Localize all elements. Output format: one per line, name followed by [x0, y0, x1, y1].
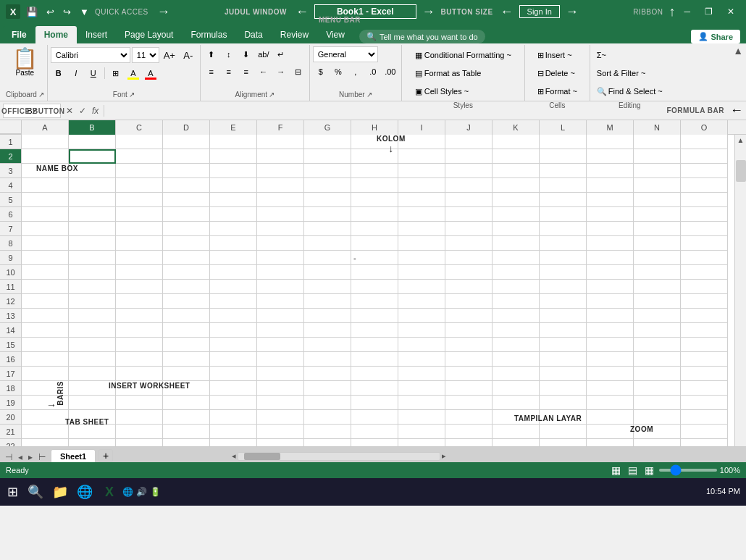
cell-L17[interactable]	[540, 367, 587, 381]
normal-view-button[interactable]: ▦	[609, 464, 623, 476]
cell-L13[interactable]	[540, 309, 587, 323]
cell-L11[interactable]	[540, 280, 587, 294]
cell-O9[interactable]	[681, 251, 728, 265]
cell-H9[interactable]: -	[351, 251, 398, 265]
format-as-table-button[interactable]: ▤ Format as Table	[410, 64, 487, 82]
cell-F4[interactable]	[257, 178, 304, 193]
cell-J1[interactable]	[445, 135, 493, 149]
cell-M1[interactable]	[587, 135, 634, 149]
col-header-N[interactable]: N	[634, 120, 681, 135]
cell-F20[interactable]	[257, 410, 304, 425]
cell-G4[interactable]	[304, 178, 351, 193]
cell-C13[interactable]	[116, 309, 163, 323]
col-header-E[interactable]: E	[210, 120, 257, 135]
cell-B17[interactable]	[69, 367, 116, 381]
row-header-10[interactable]: 10	[0, 265, 21, 280]
cell-O22[interactable]	[681, 439, 728, 446]
cell-I1[interactable]	[398, 135, 445, 149]
cell-B20[interactable]	[69, 410, 116, 425]
cell-E3[interactable]	[210, 164, 257, 178]
cell-M19[interactable]	[587, 396, 634, 410]
start-button[interactable]: ⊞	[3, 484, 22, 500]
cell-C15[interactable]	[116, 338, 163, 352]
cell-C5[interactable]	[116, 193, 163, 207]
cell-O5[interactable]	[681, 193, 728, 207]
confirm-formula-button[interactable]: ✓	[77, 106, 88, 116]
cell-B22[interactable]	[69, 439, 116, 446]
cell-C2[interactable]	[116, 149, 163, 164]
cell-D6[interactable]	[163, 207, 210, 222]
undo-qat-button[interactable]: ↩	[43, 5, 57, 19]
cell-A8[interactable]	[22, 236, 69, 251]
cell-L7[interactable]	[540, 222, 587, 236]
cell-M5[interactable]	[587, 193, 634, 207]
cell-E9[interactable]	[210, 251, 257, 265]
cell-J12[interactable]	[445, 294, 493, 309]
cell-B3[interactable]	[69, 164, 116, 178]
cell-H3[interactable]	[351, 164, 398, 178]
cell-K3[interactable]	[493, 164, 540, 178]
cell-B4[interactable]	[69, 178, 116, 193]
cell-D13[interactable]	[163, 309, 210, 323]
cell-F5[interactable]	[257, 193, 304, 207]
tab-last-button[interactable]: ⊢	[36, 452, 48, 462]
cell-B15[interactable]	[69, 338, 116, 352]
cell-K8[interactable]	[493, 236, 540, 251]
cell-B1[interactable]	[69, 135, 116, 149]
cell-E7[interactable]	[210, 222, 257, 236]
cell-A21[interactable]	[22, 425, 69, 439]
col-header-M[interactable]: M	[587, 120, 634, 135]
cell-O12[interactable]	[681, 294, 728, 309]
cell-E13[interactable]	[210, 309, 257, 323]
v-scroll-thumb[interactable]	[736, 160, 746, 182]
cell-O10[interactable]	[681, 265, 728, 280]
italic-button[interactable]: I	[68, 65, 84, 81]
cell-M13[interactable]	[587, 309, 634, 323]
tab-view[interactable]: View	[317, 26, 353, 43]
cell-N2[interactable]	[634, 149, 681, 164]
col-header-A[interactable]: A	[22, 120, 69, 135]
cell-J4[interactable]	[445, 178, 493, 193]
cell-I8[interactable]	[398, 236, 445, 251]
row-header-14[interactable]: 14	[0, 323, 21, 338]
h-scroll-right-button[interactable]: ▸	[442, 451, 446, 461]
cell-D8[interactable]	[163, 236, 210, 251]
cell-C22[interactable]	[116, 439, 163, 446]
decrease-font-size-button[interactable]: A-	[180, 46, 197, 64]
merge-center-button[interactable]: ⊟	[290, 64, 306, 80]
cell-F10[interactable]	[257, 265, 304, 280]
cell-A18[interactable]	[22, 381, 69, 396]
number-format-select[interactable]: General	[313, 46, 378, 62]
cell-E12[interactable]	[210, 294, 257, 309]
cell-N6[interactable]	[634, 207, 681, 222]
cell-I14[interactable]	[398, 323, 445, 338]
cell-I19[interactable]	[398, 396, 445, 410]
cell-K22[interactable]	[493, 439, 540, 446]
cell-A4[interactable]	[22, 178, 69, 193]
h-scroll-left-button[interactable]: ◂	[232, 451, 236, 461]
col-header-O[interactable]: O	[681, 120, 728, 135]
col-header-D[interactable]: D	[163, 120, 210, 135]
conditional-formatting-button[interactable]: ▦ Conditional Formatting ~	[410, 46, 516, 64]
col-header-G[interactable]: G	[304, 120, 351, 135]
align-left-button[interactable]: ≡	[204, 64, 219, 80]
cell-N4[interactable]	[634, 178, 681, 193]
cell-I15[interactable]	[398, 338, 445, 352]
cell-A3[interactable]	[22, 164, 69, 178]
cell-E22[interactable]	[210, 439, 257, 446]
row-header-6[interactable]: 6	[0, 207, 21, 222]
decrease-indent-button[interactable]: ←	[256, 64, 272, 80]
wrap-text-button[interactable]: ↵	[273, 46, 289, 62]
cell-C7[interactable]	[116, 222, 163, 236]
cell-J18[interactable]	[445, 381, 493, 396]
cell-L6[interactable]	[540, 207, 587, 222]
cell-K7[interactable]	[493, 222, 540, 236]
cell-H15[interactable]	[351, 338, 398, 352]
v-scroll-up-button[interactable]: ▲	[736, 135, 746, 146]
cell-B19[interactable]	[69, 396, 116, 410]
col-header-J[interactable]: J	[445, 120, 493, 135]
cell-A15[interactable]	[22, 338, 69, 352]
cell-O14[interactable]	[681, 323, 728, 338]
cell-L18[interactable]	[540, 381, 587, 396]
row-header-11[interactable]: 11	[0, 280, 21, 294]
